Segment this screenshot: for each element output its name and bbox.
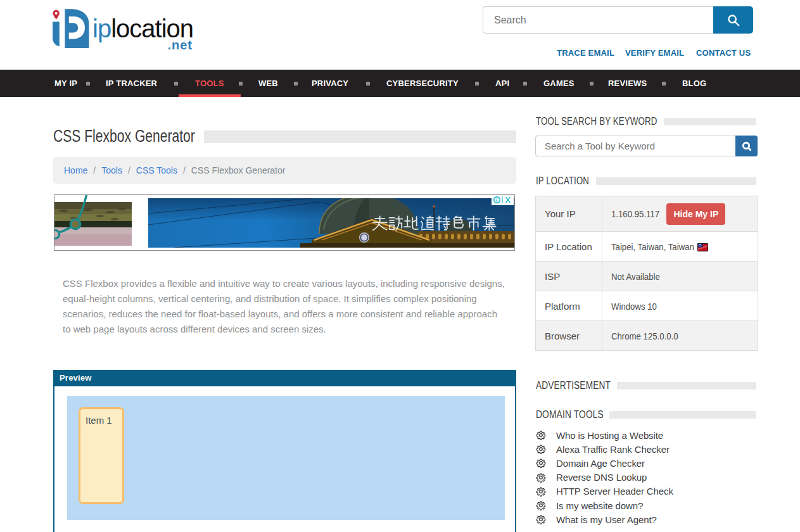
svg-text:.net: .net <box>167 38 193 51</box>
